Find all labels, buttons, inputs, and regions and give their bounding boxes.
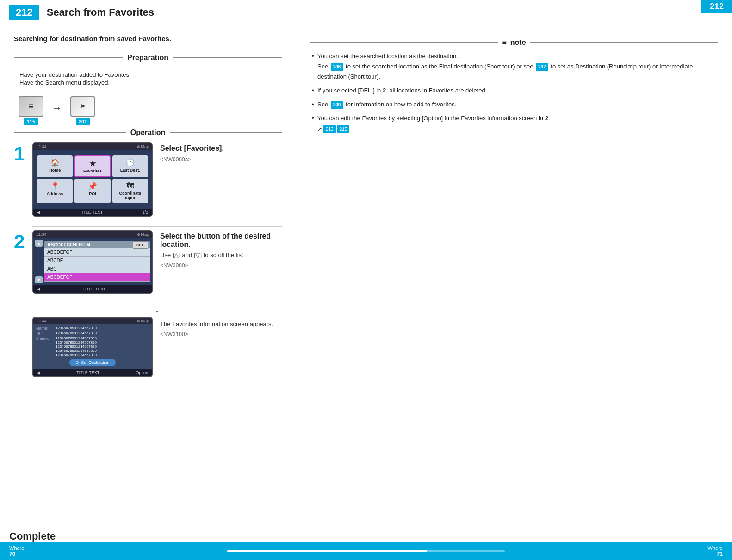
menu-item-home[interactable]: 🏠 Home (37, 155, 73, 177)
info-caption: The Favorites information screen appears… (160, 320, 282, 327)
step-2-bottom-bar: ◀ TITLE TEXT (33, 285, 152, 293)
prep-badge-201: 201 (76, 118, 90, 125)
page-ref-block: ↗ 213 215 (317, 125, 349, 134)
op-line-right (170, 132, 282, 133)
set-dest-btn[interactable]: ⊙ Set Destination (69, 359, 116, 366)
arrow-right-icon: → (52, 102, 62, 114)
favorites-icon: ★ (89, 159, 96, 168)
del-button[interactable]: DEL. (133, 241, 148, 249)
step-1-bottom-bar: ◀ TITLE TEXT 1/2 (33, 209, 152, 216)
menu-item-address-label: Address (47, 191, 63, 196)
step-2-main-text: Select the button of the desired locatio… (160, 232, 282, 249)
menu-item-coordinate[interactable]: 🗺 Coordinate Input (112, 179, 148, 203)
menu-item-last-dest-label: Last Dest. (120, 168, 140, 172)
step-2-number: 2 (14, 232, 32, 252)
step-1-top-bar: 12:34 ⊕Map (33, 143, 152, 150)
info-option-btn[interactable]: Option (136, 370, 148, 375)
info-tel-row: Tel: 12345678901234567890 (36, 331, 149, 336)
fav-list-item-1[interactable]: ABCDEFGF (44, 248, 150, 257)
note-list: You can set the searched location as the… (310, 51, 718, 135)
badge-213: 213 (323, 125, 336, 133)
fav-scroll-btns: ▲ ▼ (35, 240, 43, 283)
info-title: TITLE TEXT (76, 370, 99, 375)
page-number-top: 212 (701, 0, 732, 13)
prep-line-left (14, 57, 123, 58)
progress-bar-fill (227, 550, 427, 552)
info-screen-row: 12:34 ⊕Map Name: 12345678901234567890 Te… (32, 317, 282, 377)
menu-item-address[interactable]: 📍 Address (37, 179, 73, 203)
step-2-title: TITLE TEXT (83, 287, 106, 291)
info-screen-desc: The Favorites information screen appears… (160, 317, 282, 377)
step-1-menu-grid: 🏠 Home ★ Favorites 🕐 Last Dest. (37, 155, 148, 203)
step-2-top-bar: 12:34 ⊕Map (33, 231, 152, 238)
poi-icon: 📌 (88, 182, 97, 191)
bottom-right-page: 71 (717, 551, 723, 557)
fav-list-item-4[interactable]: ABCDEFGF (44, 273, 150, 282)
note-item-4-text: You can edit the Favorites by selecting … (317, 115, 550, 122)
step-1-body: 🏠 Home ★ Favorites 🕐 Last Dest. (33, 150, 152, 209)
step-1-main-text: Select [Favorites]. (160, 144, 282, 153)
info-bottom-bar: ◀ TITLE TEXT Option (33, 369, 152, 376)
step-1: 1 12:34 ⊕Map 🏠 Home (14, 142, 282, 217)
main-layout: Searching for destination from saved Fav… (0, 25, 732, 396)
bottom-right-label: Where (708, 545, 723, 551)
left-column: Searching for destination from saved Fav… (0, 25, 296, 396)
menu-item-coordinate-label: Coordinate Input (114, 191, 146, 200)
address-icon: 📍 (50, 182, 60, 191)
menu-item-favorites[interactable]: ★ Favorites (74, 155, 110, 177)
note-label: note (510, 38, 526, 47)
page-progress (46, 542, 686, 560)
note-item-3-text: See 209 for information on how to add to… (317, 101, 456, 108)
bottom-bar: Where 70 Where 71 (0, 542, 732, 560)
menu-symbol: ☰ (29, 104, 33, 110)
prep-line-right (173, 57, 282, 58)
info-memo-label: Memo: (36, 336, 53, 357)
note-item-2-text: If you selected [DEL.] in 2, all locatio… (317, 87, 487, 94)
prep-icon-where: ⚑ 201 (70, 96, 95, 125)
bottom-left-label: Where (9, 545, 24, 551)
badge-215: 215 (337, 125, 350, 133)
step-2-back-btn[interactable]: ◀ (37, 287, 40, 291)
prep-icon-menu: ☰ 115 (19, 96, 43, 125)
step-1-back-btn[interactable]: ◀ (37, 210, 40, 215)
preparation-content: Have your destination added to Favorites… (14, 68, 282, 91)
step-2-time: 12:34 (36, 232, 47, 237)
complete-section: Complete (9, 530, 56, 542)
scroll-up-btn[interactable]: ▲ (35, 240, 43, 247)
note-item-1-text: You can set the searched location as the… (317, 53, 458, 60)
page-title: Search from Favorites (47, 6, 154, 18)
fav-list-item-2[interactable]: ABCDE (44, 257, 150, 265)
note-item-2: If you selected [DEL.] in 2, all locatio… (312, 86, 718, 96)
bottom-left-info: Where 70 (9, 545, 24, 557)
step-1-map-btn: ⊕Map (137, 144, 149, 149)
step-1-divider (32, 226, 282, 227)
prep-line1: Have your destination added to Favorites… (19, 71, 276, 78)
menu-item-last-dest[interactable]: 🕐 Last Dest. (112, 155, 148, 177)
step-2-map-btn: ⊕Map (137, 232, 149, 237)
info-back-btn[interactable]: ◀ (37, 370, 40, 375)
note-section: ≡ note You can set the searched location… (310, 38, 718, 135)
fav-list-item-3[interactable]: ABC (44, 265, 150, 273)
flag-symbol: ⚑ (81, 104, 85, 110)
step-2-content: 12:34 ⊕Map ▲ ▼ DEL. ABCDEFGFHIJK (32, 230, 282, 294)
op-line-left (14, 132, 126, 133)
info-tel-label: Tel: (36, 331, 53, 336)
step-1-title: TITLE TEXT (80, 210, 103, 215)
badge-206: 206 (331, 63, 343, 71)
info-screen-body: Name: 12345678901234567890 Tel: 12345678… (33, 324, 152, 369)
prep-badge-115: 115 (24, 118, 38, 125)
info-tel-value: 12345678901234567890 (56, 331, 97, 336)
page-header: 212 Search from Favorites (0, 0, 704, 25)
info-time: 12:34 (36, 319, 47, 323)
right-column: ≡ note You can set the searched location… (296, 25, 732, 396)
step-1-code: <NW0000a> (160, 156, 282, 163)
set-dest-icon: ⊙ (75, 360, 79, 365)
home-icon: 🏠 (50, 158, 60, 167)
info-top-bar: 12:34 ⊕Map (33, 318, 152, 324)
scroll-down-btn[interactable]: ▼ (35, 276, 43, 283)
menu-item-poi[interactable]: 📌 POI (74, 179, 110, 203)
badge-207: 207 (536, 63, 548, 71)
menu-item-poi-label: POI (89, 191, 96, 196)
menu-item-favorites-label: Favorites (83, 169, 102, 173)
step-1-desc: Select [Favorites]. <NW0000a> (160, 142, 282, 163)
